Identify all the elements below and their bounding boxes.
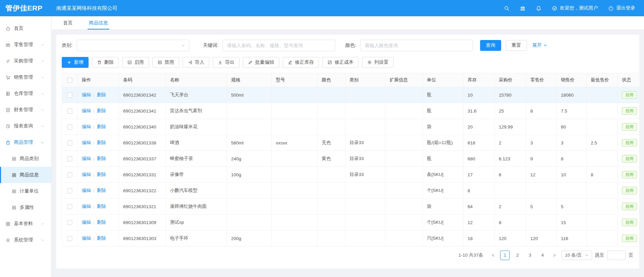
sidebar-item-report[interactable]: 报表查询	[0, 118, 51, 134]
keyword-input[interactable]	[223, 40, 335, 51]
edit-link[interactable]: 编辑	[82, 188, 91, 193]
sidebar-item-sales[interactable]: 销售管理	[0, 69, 51, 85]
batch-edit-button[interactable]: 批量编辑	[243, 57, 279, 68]
sidebar-item-goods[interactable]: 商品管理	[0, 134, 51, 151]
cell-barcode: 6901236301331	[119, 167, 166, 183]
bank-icon[interactable]	[520, 5, 526, 11]
export-button[interactable]: 导出	[213, 57, 240, 68]
cell-name: 啤酒	[166, 135, 227, 151]
edit-link[interactable]: 编辑	[82, 108, 91, 113]
row-checkbox[interactable]	[67, 188, 72, 193]
next-page-button[interactable]: >	[550, 253, 558, 258]
row-checkbox[interactable]	[67, 140, 72, 145]
row-checkbox[interactable]	[67, 172, 72, 177]
sidebar-item-retail[interactable]: 零售管理	[0, 37, 51, 53]
sidebar-item-label: 商品管理	[14, 139, 33, 145]
tab-goods-info[interactable]: 商品信息	[88, 16, 109, 29]
cell-purchase: 15780	[495, 87, 526, 103]
sidebar-item-finance[interactable]: 财务管理	[0, 102, 51, 118]
import-icon	[188, 60, 192, 65]
category-select[interactable]	[77, 40, 189, 51]
link-divider: |	[93, 188, 95, 193]
reset-button[interactable]: 重置	[506, 40, 527, 51]
edit-link[interactable]: 编辑	[82, 92, 91, 97]
cart-icon	[5, 75, 11, 80]
sidebar-item-basic-data[interactable]: 基本资料	[0, 216, 51, 232]
edit-link[interactable]: 编辑	[82, 124, 91, 129]
enable-button[interactable]: 启用	[122, 57, 149, 68]
cell-spec: 100g	[227, 167, 272, 183]
edit-link[interactable]: 编辑	[82, 172, 91, 177]
delete-button[interactable]: 删除	[92, 57, 119, 68]
delete-link[interactable]: 删除	[97, 124, 106, 129]
pagination: 1-10 共37条 < 1234 > 10 条/页 跳至 页	[62, 246, 634, 264]
sidebar-subitem-unit[interactable]: 计量单位	[0, 183, 51, 199]
link-divider: |	[93, 108, 95, 113]
edit-link[interactable]: 编辑	[82, 236, 91, 241]
delete-link[interactable]: 删除	[97, 188, 106, 193]
tab-home[interactable]: 首页	[62, 16, 74, 29]
search-icon[interactable]	[504, 5, 510, 11]
column-settings-button[interactable]: 列设置	[362, 57, 394, 68]
column-header: 最低售价	[587, 73, 618, 87]
cell-name: 康师傅红烧牛肉面	[166, 199, 227, 215]
row-checkbox[interactable]	[67, 108, 72, 114]
cell-stock: 17	[463, 167, 495, 183]
row-checkbox[interactable]	[67, 204, 72, 209]
jump-page-input[interactable]	[607, 251, 626, 260]
page-number-3[interactable]: 3	[525, 251, 535, 260]
page-number-1[interactable]: 1	[500, 251, 510, 260]
page-size-select[interactable]: 10 条/页	[562, 251, 592, 260]
edit-link[interactable]: 编辑	[82, 156, 91, 161]
page-number-2[interactable]: 2	[513, 251, 522, 260]
edit-link[interactable]: 编辑	[82, 204, 91, 209]
color-input[interactable]	[360, 40, 473, 51]
fix-cost-button[interactable]: 修正成本	[322, 57, 359, 68]
sidebar-item-system[interactable]: 系统管理	[0, 232, 51, 248]
edit-link[interactable]: 编辑	[82, 140, 91, 145]
delete-link[interactable]: 删除	[97, 92, 106, 97]
sidebar-subitem-goods-info[interactable]: 商品信息	[0, 167, 51, 183]
row-checkbox[interactable]	[67, 236, 72, 241]
prev-page-button[interactable]: <	[489, 253, 497, 258]
add-button[interactable]: 新增	[62, 57, 89, 68]
disable-button[interactable]: 禁用	[152, 57, 179, 68]
cell-model	[272, 183, 318, 199]
cell-ext	[385, 119, 423, 135]
table-row: 编辑|删除6901236301342飞天茅台500ml瓶101578018060…	[62, 87, 640, 103]
delete-link[interactable]: 删除	[97, 236, 106, 241]
delete-link[interactable]: 删除	[97, 204, 106, 209]
sidebar-subitem-goods-category[interactable]: 商品类别	[0, 151, 51, 167]
select-all-checkbox[interactable]	[67, 78, 72, 83]
sidebar-item-home[interactable]: 首页	[0, 20, 51, 37]
page-number-4[interactable]: 4	[538, 251, 547, 260]
expand-link[interactable]: 展开	[532, 42, 547, 48]
sidebar-item-warehouse[interactable]: 仓库管理	[0, 85, 51, 102]
purchase-icon	[5, 59, 11, 64]
cell-model	[272, 231, 318, 246]
import-button[interactable]: 导入	[183, 57, 209, 68]
logout-button[interactable]: 退出登录	[608, 5, 635, 11]
sidebar-subitem-multi-attr[interactable]: 多属性	[0, 199, 51, 216]
cell-barcode: 6901236301341	[119, 103, 166, 119]
row-checkbox[interactable]	[67, 93, 72, 98]
row-checkbox[interactable]	[67, 220, 72, 225]
delete-link[interactable]: 删除	[97, 108, 106, 113]
jump-label: 跳至	[595, 252, 604, 258]
cell-unit: 瓶	[423, 103, 463, 119]
link-divider: |	[93, 204, 95, 209]
edit-link[interactable]: 编辑	[82, 220, 91, 225]
fix-stock-button[interactable]: 修正库存	[283, 57, 319, 68]
delete-link[interactable]: 删除	[97, 140, 106, 145]
sidebar-item-purchase[interactable]: 采购管理	[0, 53, 51, 69]
bell-icon[interactable]	[536, 5, 542, 11]
row-checkbox[interactable]	[67, 156, 72, 161]
delete-link[interactable]: 删除	[97, 172, 106, 177]
doc-icon	[12, 156, 17, 161]
search-button[interactable]: 查询	[480, 40, 501, 51]
row-checkbox[interactable]	[67, 124, 72, 130]
delete-link[interactable]: 删除	[97, 156, 106, 161]
table-row: 编辑|删除6901236301337蜂蜜柚子茶240g黄色目录33瓶6806.1…	[62, 151, 640, 167]
delete-link[interactable]: 删除	[97, 220, 106, 225]
cell-purchase: 25	[495, 103, 526, 119]
